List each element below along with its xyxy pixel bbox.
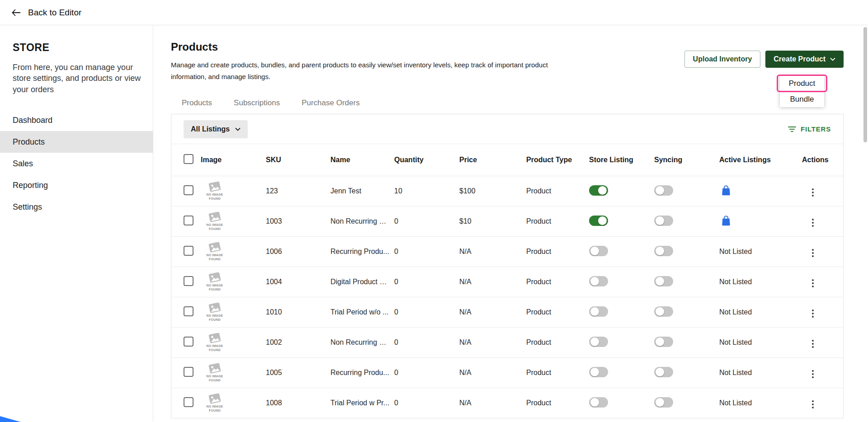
tab-bar: Products Subscriptions Purchase Orders <box>171 93 844 114</box>
store-listing-toggle[interactable] <box>589 185 608 196</box>
top-bar: Back to Editor <box>0 0 868 25</box>
dropdown-item[interactable]: Bundle <box>780 91 824 107</box>
store-listing-toggle[interactable] <box>589 306 608 317</box>
sidebar-item-reporting[interactable]: Reporting <box>0 174 153 196</box>
name-cell[interactable]: Digital Product w... <box>330 278 394 286</box>
create-product-label: Create Product <box>774 55 826 63</box>
name-cell[interactable]: Recurring Produ... <box>330 369 394 377</box>
store-listing-toggle[interactable] <box>589 246 608 256</box>
store-listing-toggle[interactable] <box>589 367 608 377</box>
no-image-placeholder: NO IMAGE FOUND <box>202 363 228 383</box>
row-checkbox[interactable] <box>184 216 193 225</box>
photo-icon <box>209 333 221 343</box>
row-checkbox[interactable] <box>184 306 193 316</box>
price-cell: N/A <box>459 338 526 347</box>
table-row: NO IMAGE FOUND 1002 Non Recurring Pr... … <box>171 327 843 357</box>
row-actions-kebab-icon[interactable] <box>808 277 817 289</box>
syncing-toggle[interactable] <box>654 397 673 408</box>
not-listed-label: Not Listed <box>719 308 752 316</box>
row-checkbox[interactable] <box>184 397 193 407</box>
syncing-toggle[interactable] <box>654 185 673 196</box>
not-listed-label: Not Listed <box>719 338 752 346</box>
sidebar-nav: Dashboard Products Sales Reporting Setti… <box>0 109 153 218</box>
price-cell: $100 <box>459 187 526 195</box>
no-image-placeholder: NO IMAGE FOUND <box>202 394 228 413</box>
not-listed-label: Not Listed <box>719 399 752 407</box>
tab-purchase-orders[interactable]: Purchase Orders <box>291 93 371 115</box>
row-checkbox[interactable] <box>184 276 193 286</box>
row-checkbox[interactable] <box>184 185 193 195</box>
row-actions-kebab-icon[interactable] <box>808 187 817 198</box>
store-listing-toggle[interactable] <box>589 337 608 347</box>
no-image-placeholder: NO IMAGE FOUND <box>202 212 228 231</box>
no-image-label: NO IMAGE FOUND <box>204 192 225 201</box>
sidebar-item-dashboard[interactable]: Dashboard <box>0 109 153 131</box>
main-content: Products Manage and create products, bun… <box>153 25 868 422</box>
sidebar-item-settings[interactable]: Settings <box>0 196 153 218</box>
no-image-label: NO IMAGE FOUND <box>204 283 225 292</box>
filter-bar: All Listings FILTERS <box>171 114 843 144</box>
name-cell[interactable]: Non Recurring Pr... <box>330 338 394 347</box>
listings-filter-dropdown[interactable]: All Listings <box>184 120 248 138</box>
table-body: NO IMAGE FOUND 123 Jenn Test 10 $100 Pro… <box>171 176 843 418</box>
row-actions-kebab-icon[interactable] <box>808 338 817 350</box>
sidebar-item-sales[interactable]: Sales <box>0 153 153 174</box>
create-product-button[interactable]: Create Product <box>765 51 844 68</box>
name-cell[interactable]: Non Recurring Pr... <box>330 217 394 225</box>
column-header-sku: SKU <box>266 156 330 164</box>
name-cell[interactable]: Recurring Produ... <box>330 248 394 256</box>
name-cell[interactable]: Trial Period w/o ... <box>330 308 394 316</box>
store-listing-toggle[interactable] <box>589 397 608 408</box>
back-to-editor-button[interactable]: Back to Editor <box>12 8 81 18</box>
upload-inventory-button[interactable]: Upload Inventory <box>684 51 761 68</box>
store-listing-toggle[interactable] <box>589 276 608 286</box>
page-header-text: Products Manage and create products, bun… <box>171 41 548 82</box>
photo-icon <box>209 394 221 403</box>
no-image-label: NO IMAGE FOUND <box>204 253 225 262</box>
row-actions-kebab-icon[interactable] <box>808 247 817 259</box>
syncing-toggle[interactable] <box>654 276 673 286</box>
product-type-cell: Product <box>526 308 589 316</box>
price-cell: N/A <box>459 308 526 316</box>
column-header-store-listing: Store Listing <box>589 156 654 164</box>
product-type-cell: Product <box>526 278 589 286</box>
row-actions-kebab-icon[interactable] <box>808 308 817 319</box>
vertical-scrollbar[interactable] <box>863 27 867 142</box>
quantity-cell: 0 <box>394 399 459 407</box>
row-actions-kebab-icon[interactable] <box>808 217 817 229</box>
sku-cell: 1002 <box>266 338 330 347</box>
row-checkbox[interactable] <box>184 246 193 256</box>
syncing-toggle[interactable] <box>654 367 673 377</box>
select-all-checkbox[interactable] <box>184 154 193 164</box>
no-image-placeholder: NO IMAGE FOUND <box>202 333 228 352</box>
tab-products[interactable]: Products <box>171 93 223 115</box>
no-image-placeholder: NO IMAGE FOUND <box>202 272 228 292</box>
price-cell: N/A <box>459 278 526 286</box>
name-cell[interactable]: Jenn Test <box>330 187 394 195</box>
product-type-cell: Product <box>526 338 589 347</box>
page-description: Manage and create products, bundles, and… <box>171 59 548 82</box>
filters-button[interactable]: FILTERS <box>788 125 831 133</box>
syncing-toggle[interactable] <box>654 246 673 256</box>
shopping-bag-icon <box>721 185 731 197</box>
photo-icon <box>209 272 221 282</box>
row-actions-kebab-icon[interactable] <box>808 399 817 410</box>
table-row: NO IMAGE FOUND 123 Jenn Test 10 $100 Pro… <box>171 176 843 206</box>
row-checkbox[interactable] <box>184 337 193 347</box>
syncing-toggle[interactable] <box>654 337 673 347</box>
syncing-toggle[interactable] <box>654 306 673 317</box>
price-cell: N/A <box>459 369 526 377</box>
page-description-line2: information, and manage listings. <box>171 71 548 83</box>
store-listing-toggle[interactable] <box>589 216 608 226</box>
no-image-label: NO IMAGE FOUND <box>204 344 225 352</box>
row-checkbox[interactable] <box>184 367 193 377</box>
chevron-down-icon <box>830 57 835 61</box>
syncing-toggle[interactable] <box>654 216 673 226</box>
sidebar-item-products[interactable]: Products <box>0 131 153 153</box>
dropdown-item[interactable]: Product <box>780 75 824 91</box>
name-cell[interactable]: Trial Period w Pr... <box>330 399 394 407</box>
header-actions: Upload Inventory Create Product Product … <box>684 51 844 68</box>
row-actions-kebab-icon[interactable] <box>808 368 817 380</box>
product-type-cell: Product <box>526 399 589 407</box>
tab-subscriptions[interactable]: Subscriptions <box>223 93 291 115</box>
